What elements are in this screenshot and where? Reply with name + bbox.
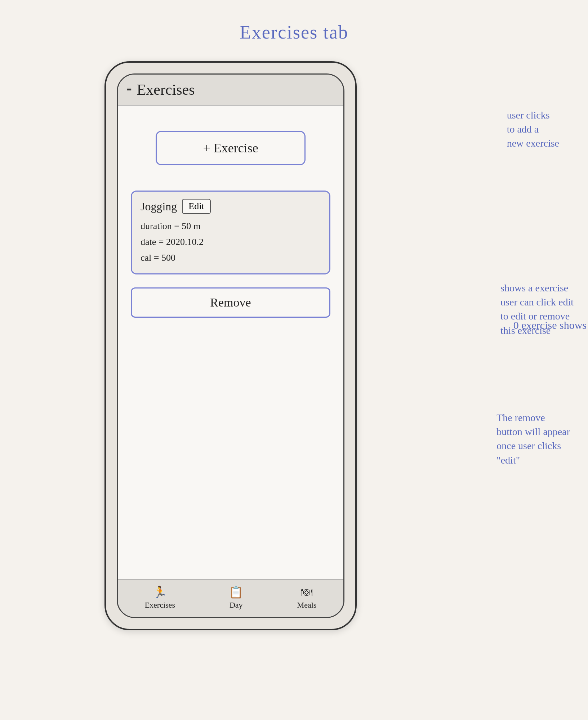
nav-item-exercises[interactable]: 🏃 Exercises bbox=[145, 585, 175, 610]
bottom-nav: 🏃 Exercises 📋 Day 🍽 Meals bbox=[118, 579, 343, 617]
add-exercise-button[interactable]: + Exercise bbox=[156, 131, 306, 165]
duration-field: duration = 50 m bbox=[141, 218, 321, 234]
cal-field: cal = 500 bbox=[141, 250, 321, 266]
header-title: Exercises bbox=[137, 81, 195, 98]
day-nav-icon: 📋 bbox=[229, 585, 243, 599]
zero-exercise-shows: 0 exercise shows bbox=[513, 319, 587, 331]
nav-item-day[interactable]: 📋 Day bbox=[229, 585, 243, 610]
nav-item-meals[interactable]: 🍽 Meals bbox=[297, 586, 317, 610]
meals-nav-icon: 🍽 bbox=[301, 586, 312, 599]
exercises-nav-label: Exercises bbox=[145, 600, 175, 610]
exercise-card: Jogging Edit duration = 50 m date = 2020… bbox=[131, 191, 330, 274]
exercise-name: Jogging bbox=[141, 200, 177, 213]
meals-nav-label: Meals bbox=[297, 600, 317, 610]
remove-button[interactable]: Remove bbox=[131, 287, 330, 318]
screen-content: + Exercise Jogging Edit duration = 50 m … bbox=[118, 106, 343, 579]
page-title: Exercises tab bbox=[240, 22, 348, 43]
exercise-details: duration = 50 m date = 2020.10.2 cal = 5… bbox=[141, 218, 321, 266]
annotation-add-exercise: user clicksto add anew exercise bbox=[507, 108, 559, 151]
day-nav-label: Day bbox=[230, 600, 243, 610]
hamburger-icon[interactable]: ≡ bbox=[126, 84, 132, 95]
date-field: date = 2020.10.2 bbox=[141, 234, 321, 250]
header-bar: ≡ Exercises bbox=[118, 75, 343, 106]
exercise-card-header: Jogging Edit bbox=[141, 199, 321, 214]
annotation-remove-button: The removebutton will appearonce user cl… bbox=[496, 411, 570, 467]
phone-frame: ≡ Exercises + Exercise Jogging Edit dura… bbox=[104, 61, 357, 630]
exercises-nav-icon: 🏃 bbox=[153, 585, 167, 599]
phone-screen: ≡ Exercises + Exercise Jogging Edit dura… bbox=[117, 73, 344, 618]
edit-button[interactable]: Edit bbox=[182, 199, 210, 214]
